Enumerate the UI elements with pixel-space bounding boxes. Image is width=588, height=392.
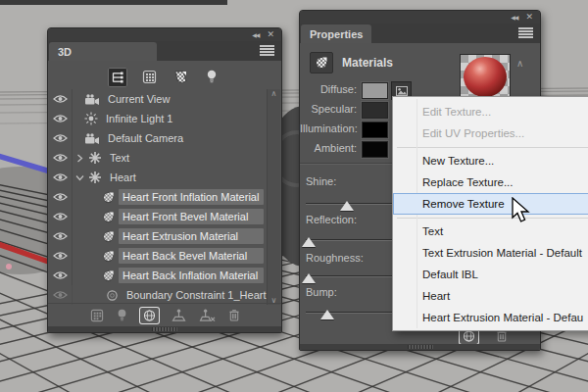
materials-filter-icon[interactable]	[171, 68, 190, 87]
visibility-eye-icon[interactable]	[48, 246, 73, 266]
close-panel-icon[interactable]: ✕	[525, 13, 533, 22]
3d-row-infinite-light-1[interactable]: Infinite Light 1	[48, 109, 268, 128]
mouse-cursor	[511, 197, 530, 224]
scroll-up-icon[interactable]: ∧	[271, 89, 277, 98]
properties-tabbar: Properties	[300, 24, 540, 43]
row-label: Boundary Constraint 1_Heart	[126, 289, 266, 301]
menu-item-replace-texture[interactable]: Replace Texture...	[393, 172, 588, 193]
scrollbar[interactable]: ∧ ∨	[267, 89, 280, 305]
chevron-right-icon[interactable]	[74, 154, 84, 163]
section-title: Materials	[342, 56, 393, 70]
menu-item-text[interactable]: Text	[393, 220, 588, 242]
3d-panel-toolbar	[48, 303, 281, 326]
globe-icon[interactable]	[140, 308, 159, 323]
3d-filter-bar	[48, 61, 281, 90]
slider-thumb[interactable]	[320, 310, 334, 319]
tab-properties[interactable]: Properties	[301, 24, 371, 43]
menu-item-remove-texture[interactable]: Remove Texture	[393, 193, 588, 215]
panel-resize-grip[interactable]	[300, 344, 540, 350]
close-panel-icon[interactable]: ✕	[267, 30, 274, 39]
shine-label: Shine:	[306, 175, 336, 187]
diffuse-color-swatch[interactable]	[362, 82, 388, 99]
visibility-eye-icon[interactable]	[48, 128, 73, 148]
specular-label: Specular:	[300, 103, 357, 115]
3d-row-heart-back-inflation-material[interactable]: Heart Back Inflation Material	[48, 266, 268, 285]
menu-item-heart-extrusion-material-defau[interactable]: Heart Extrusion Material - Defau	[393, 307, 588, 328]
ambient-label: Ambient:	[300, 142, 357, 154]
visibility-eye-icon[interactable]	[48, 285, 73, 305]
illumination-color-swatch[interactable]	[362, 122, 388, 138]
slider-thumb[interactable]	[340, 201, 354, 211]
preview-collapse-icon[interactable]: ∧	[516, 58, 523, 69]
visibility-eye-icon[interactable]	[48, 207, 73, 226]
trash-icon[interactable]	[228, 309, 240, 321]
row-label: Heart Back Bevel Material	[119, 248, 264, 264]
material-preview-thumbnail[interactable]	[460, 54, 511, 99]
material-icon	[102, 270, 115, 282]
material-icon	[102, 191, 115, 204]
ground-pin-icon[interactable]	[172, 309, 186, 322]
menu-item-heart[interactable]: Heart	[393, 285, 588, 307]
3d-row-boundary-constraint-1-heart[interactable]: Boundary Constraint 1_Heart	[48, 285, 268, 305]
slider-thumb[interactable]	[302, 273, 316, 283]
3d-row-default-camera[interactable]: Default Camera	[48, 128, 268, 148]
row-label: Text	[110, 152, 129, 164]
3d-row-heart-front-bevel-material[interactable]: Heart Front Bevel Material	[48, 207, 268, 226]
3d-row-heart[interactable]: Heart	[48, 168, 268, 187]
3d-scene-tree: Current ViewInfinite Light 1Default Came…	[48, 89, 268, 305]
specular-color-swatch[interactable]	[362, 102, 388, 119]
row-label: Heart Back Inflation Material	[119, 268, 264, 283]
visibility-eye-icon[interactable]	[48, 187, 73, 207]
diffuse-label: Diffuse:	[300, 83, 357, 95]
panel-resize-grip[interactable]	[48, 326, 281, 332]
row-label: Default Camera	[108, 132, 183, 144]
3d-row-current-view[interactable]: Current View	[48, 89, 268, 109]
visibility-eye-icon[interactable]	[48, 226, 73, 246]
visibility-eye-icon[interactable]	[48, 168, 73, 187]
chevron-down-icon[interactable]	[74, 174, 84, 181]
ground-pin-delete-icon[interactable]	[199, 309, 216, 322]
roughness-label: Roughness:	[306, 252, 364, 264]
constraint-icon	[106, 289, 119, 302]
collapse-panel-icon[interactable]: ◀◀	[511, 15, 517, 21]
light-icon	[84, 112, 98, 125]
material-preview-sphere	[464, 57, 507, 97]
3d-panel-titlebar: ◀◀ ✕	[48, 28, 281, 41]
material-icon	[102, 250, 115, 263]
menu-item-new-texture[interactable]: New Texture...	[393, 150, 588, 172]
ambient-color-swatch[interactable]	[362, 141, 388, 158]
menu-separator	[397, 147, 588, 148]
visibility-eye-icon[interactable]	[48, 266, 73, 285]
scene-filter-icon[interactable]	[108, 68, 127, 87]
row-label: Infinite Light 1	[106, 113, 173, 124]
menu-item-default-ibl[interactable]: Default IBL	[393, 264, 588, 285]
3d-row-text[interactable]: Text	[48, 148, 268, 168]
visibility-eye-icon[interactable]	[48, 89, 73, 109]
visibility-eye-icon[interactable]	[48, 148, 73, 168]
row-label: Heart	[110, 172, 136, 183]
row-label: Heart Front Inflation Material	[119, 189, 264, 205]
row-label: Current View	[108, 93, 170, 105]
slider-thumb[interactable]	[302, 237, 316, 247]
3d-row-heart-front-inflation-material[interactable]: Heart Front Inflation Material	[48, 187, 268, 207]
material-icon	[102, 211, 115, 223]
lights-filter-icon[interactable]	[202, 68, 221, 87]
collapse-panel-icon[interactable]: ◀◀	[252, 32, 259, 38]
3d-row-heart-back-bevel-material[interactable]: Heart Back Bevel Material	[48, 246, 268, 266]
meshes-filter-icon[interactable]	[139, 68, 159, 87]
materials-section-header: Materials	[310, 52, 393, 74]
camera-icon	[84, 94, 100, 105]
camera-icon	[84, 133, 100, 144]
visibility-eye-icon[interactable]	[48, 109, 73, 128]
panel-menu-icon[interactable]	[518, 27, 533, 38]
tab-3d[interactable]: 3D	[49, 42, 157, 61]
menu-item-edit-texture: Edit Texture...	[393, 101, 588, 122]
top-panel-edge	[0, 0, 227, 5]
material-icon	[102, 230, 115, 243]
reflection-label: Reflection:	[306, 214, 357, 225]
panel-menu-icon[interactable]	[260, 45, 274, 56]
light-bulb-icon[interactable]	[117, 309, 127, 322]
mesh-grid-icon[interactable]	[90, 309, 104, 322]
3d-row-heart-extrusion-material[interactable]: Heart Extrusion Material	[48, 226, 268, 246]
menu-item-text-extrusion-material-default[interactable]: Text Extrusion Material - Default	[393, 242, 588, 264]
